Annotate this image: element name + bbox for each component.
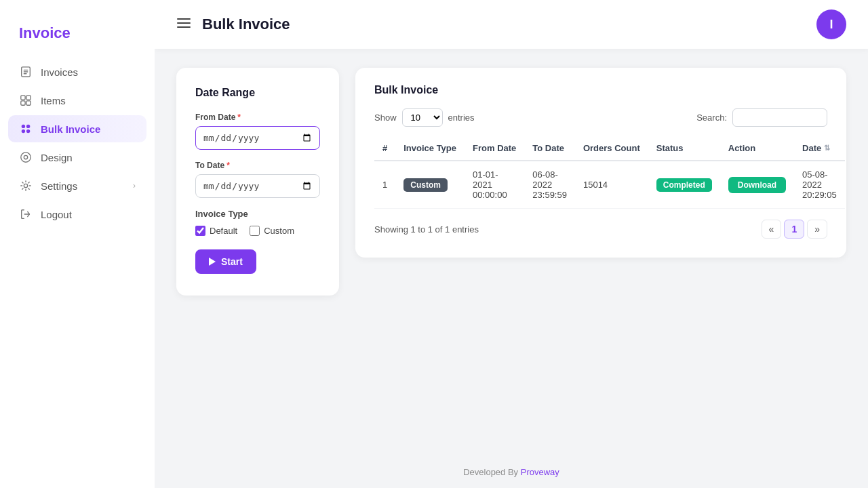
svg-point-14 bbox=[24, 184, 27, 187]
header: Bulk Invoice I bbox=[155, 0, 868, 49]
content-area: Date Range From Date * To Date * Invoice… bbox=[155, 49, 868, 314]
settings-icon bbox=[19, 179, 33, 192]
default-checkbox-item[interactable]: Default bbox=[195, 226, 237, 236]
col-invoice-type: Invoice Type bbox=[395, 136, 465, 161]
items-icon bbox=[19, 94, 33, 107]
sidebar: Invoice Invoices bbox=[0, 0, 155, 488]
sidebar-item-items[interactable]: Items bbox=[8, 87, 146, 114]
footer: Developed By Proveway bbox=[155, 456, 868, 488]
col-action: Action bbox=[720, 136, 794, 161]
footer-developed-by: Developed By bbox=[463, 467, 518, 477]
svg-point-8 bbox=[22, 125, 25, 128]
sidebar-item-bulk-invoice-label: Bulk Invoice bbox=[41, 123, 100, 135]
sidebar-item-invoices-label: Invoices bbox=[41, 66, 78, 78]
status-badge: Completed bbox=[656, 178, 712, 192]
show-label: Show bbox=[374, 113, 397, 123]
cell-to-date: 06-08-2022 23:59:59 bbox=[524, 161, 575, 209]
date-range-title: Date Range bbox=[195, 87, 320, 99]
avatar[interactable]: I bbox=[816, 9, 846, 39]
download-button[interactable]: Download bbox=[728, 177, 786, 193]
from-date-input[interactable] bbox=[195, 126, 320, 150]
cell-status: Completed bbox=[648, 161, 720, 209]
sidebar-nav: Invoices Items bbox=[0, 58, 155, 228]
custom-label: Custom bbox=[264, 226, 294, 236]
custom-checkbox[interactable] bbox=[250, 226, 260, 236]
settings-chevron-icon: › bbox=[133, 181, 136, 190]
default-label: Default bbox=[210, 226, 237, 236]
cell-date: 05-08-2022 20:29:05 bbox=[794, 161, 845, 209]
pagination-page-1[interactable]: 1 bbox=[784, 220, 804, 239]
table-controls: Show 10 25 50 100 entries Search: bbox=[374, 108, 827, 127]
svg-rect-5 bbox=[26, 96, 31, 100]
col-status: Status bbox=[648, 136, 720, 161]
svg-rect-6 bbox=[21, 101, 25, 105]
design-icon bbox=[19, 150, 33, 164]
col-num: # bbox=[374, 136, 395, 161]
invoice-type-badge: Custom bbox=[403, 178, 448, 192]
pagination: « 1 » bbox=[762, 220, 827, 239]
invoice-type-group: Invoice Type Default Custom bbox=[195, 209, 320, 236]
start-button-label: Start bbox=[221, 256, 243, 267]
bulk-invoice-card-title: Bulk Invoice bbox=[374, 84, 827, 96]
to-date-input[interactable] bbox=[195, 174, 320, 198]
to-date-group: To Date * bbox=[195, 161, 320, 198]
col-from-date: From Date bbox=[465, 136, 524, 161]
sidebar-item-design-label: Design bbox=[41, 152, 73, 163]
page-title: Bulk Invoice bbox=[202, 16, 816, 33]
svg-point-12 bbox=[21, 152, 31, 162]
cell-orders-count: 15014 bbox=[575, 161, 648, 209]
sidebar-item-settings-label: Settings bbox=[41, 180, 77, 192]
main-content: Bulk Invoice I Date Range From Date * To… bbox=[155, 0, 868, 488]
sidebar-item-items-label: Items bbox=[41, 95, 66, 106]
svg-rect-7 bbox=[26, 101, 31, 105]
pagination-last[interactable]: » bbox=[807, 220, 827, 239]
col-date: Date ⇅ bbox=[794, 136, 845, 160]
cell-invoice-type: Custom bbox=[395, 161, 465, 209]
entries-select[interactable]: 10 25 50 100 bbox=[402, 108, 443, 127]
sidebar-item-bulk-invoice[interactable]: Bulk Invoice bbox=[8, 115, 146, 142]
bulk-invoice-icon bbox=[19, 122, 33, 136]
svg-point-10 bbox=[22, 129, 25, 133]
table-header-row: # Invoice Type From Date To Date Orders … bbox=[374, 136, 845, 161]
sidebar-item-logout-label: Logout bbox=[41, 209, 72, 220]
table-showing-info: Showing 1 to 1 of 1 entries bbox=[374, 224, 479, 235]
cell-num: 1 bbox=[374, 161, 395, 209]
search-group: Search: bbox=[696, 108, 827, 127]
pagination-first[interactable]: « bbox=[762, 220, 782, 239]
to-date-label: To Date * bbox=[195, 161, 320, 170]
table-row: 1 Custom 01-01-2021 00:00:00 06-08-2022 … bbox=[374, 161, 845, 209]
checkbox-row: Default Custom bbox=[195, 226, 320, 236]
footer-company: Proveway bbox=[521, 467, 559, 477]
sort-icon: ⇅ bbox=[824, 144, 830, 152]
svg-point-9 bbox=[26, 125, 30, 128]
play-icon bbox=[209, 258, 216, 266]
entries-label: entries bbox=[448, 113, 475, 123]
search-label: Search: bbox=[696, 113, 727, 123]
col-to-date: To Date bbox=[524, 136, 575, 161]
menu-icon[interactable] bbox=[176, 16, 191, 33]
table-footer: Showing 1 to 1 of 1 entries « 1 » bbox=[374, 220, 827, 239]
col-orders-count: Orders Count bbox=[575, 136, 648, 161]
search-input[interactable] bbox=[732, 108, 827, 127]
sidebar-item-design[interactable]: Design bbox=[8, 144, 146, 171]
sidebar-item-logout[interactable]: Logout bbox=[8, 201, 146, 228]
svg-point-13 bbox=[24, 155, 27, 159]
default-checkbox[interactable] bbox=[195, 226, 205, 236]
sidebar-item-invoices[interactable]: Invoices bbox=[8, 58, 146, 85]
app-logo: Invoice bbox=[0, 0, 155, 58]
show-entries: Show 10 25 50 100 entries bbox=[374, 108, 475, 127]
cell-action: Download bbox=[720, 161, 794, 209]
from-date-group: From Date * bbox=[195, 113, 320, 150]
from-date-label: From Date * bbox=[195, 113, 320, 122]
invoices-icon bbox=[19, 65, 33, 79]
cell-from-date: 01-01-2021 00:00:00 bbox=[465, 161, 524, 209]
invoice-type-label: Invoice Type bbox=[195, 209, 320, 219]
custom-checkbox-item[interactable]: Custom bbox=[250, 226, 294, 236]
date-range-card: Date Range From Date * To Date * Invoice… bbox=[176, 68, 339, 296]
sidebar-item-settings[interactable]: Settings › bbox=[8, 172, 146, 199]
logout-icon bbox=[19, 207, 33, 221]
start-button[interactable]: Start bbox=[195, 249, 256, 274]
footer-company-link[interactable]: Proveway bbox=[521, 467, 559, 477]
bulk-invoice-table: # Invoice Type From Date To Date Orders … bbox=[374, 136, 845, 209]
bulk-invoice-card: Bulk Invoice Show 10 25 50 100 entries S… bbox=[355, 68, 846, 258]
